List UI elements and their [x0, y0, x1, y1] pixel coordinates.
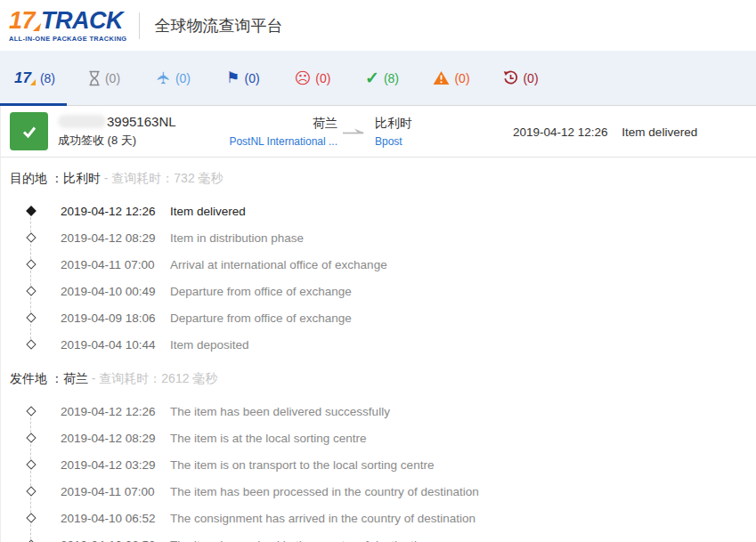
origin-country: 荷兰: [224, 116, 337, 132]
timeline-event: 2019-04-04 10:44 Item deposited: [1, 331, 756, 358]
site-title: 全球物流查询平台: [154, 15, 282, 36]
status-tab-bar: 17 (8) (0) ✈ (0) ⚑ (0) ☹ (0) ✓ (8) (0): [0, 51, 756, 106]
tab-count: (0): [105, 71, 120, 85]
diamond-marker: [26, 513, 36, 522]
timeline-event: 2019-04-12 03:29 The item is on transpor…: [1, 451, 756, 478]
diamond-marker: [26, 406, 36, 416]
tab-count: (0): [245, 71, 260, 85]
timeline-event: 2019-04-10 00:49 Departure from office o…: [1, 278, 756, 304]
tab-count: (8): [40, 71, 55, 85]
diamond-marker: [26, 286, 36, 295]
timeline-event: 2019-04-12 12:26 The item has been deliv…: [1, 398, 756, 425]
event-time: 2019-04-10 06:52: [61, 538, 170, 542]
logo-17: 17: [9, 9, 35, 33]
timeline-event: 2019-04-12 08:29 Item in distribution ph…: [1, 224, 756, 251]
tracking-number: 3995163NL: [58, 114, 176, 129]
origin-query-time: - 查询耗时：2612 毫秒: [92, 371, 218, 385]
timeline-event: 2019-04-10 06:52 The item has arrived in…: [1, 531, 756, 542]
destination-section-header: 目的地 ：比利时 - 查询耗时：732 毫秒: [1, 158, 756, 192]
package-status: 成功签收 (8 天): [58, 133, 176, 149]
history-icon: [503, 70, 518, 85]
latest-event: 2019-04-12 12:26 Item delivered: [513, 125, 697, 138]
event-time: 2019-04-04 10:44: [61, 338, 170, 352]
timeline-event: 2019-04-10 06:52 The consignment has arr…: [1, 505, 756, 531]
event-time: 2019-04-11 07:00: [61, 485, 170, 498]
tab-count: (0): [175, 71, 191, 85]
event-time: 2019-04-12 03:29: [61, 458, 170, 472]
check-icon: [20, 122, 39, 142]
package-main-info: 3995163NL 成功签收 (8 天): [58, 114, 176, 149]
tab-undelivered[interactable]: ☹ (0): [278, 51, 347, 105]
event-description: Item in distribution phase: [170, 231, 304, 245]
destination-label: 目的地 ：比利时: [10, 171, 101, 185]
event-time: 2019-04-10 00:49: [61, 285, 170, 298]
flag-icon: ⚑: [226, 70, 240, 85]
event-description: The consignment has arrived in the count…: [170, 512, 476, 525]
latest-event-time: 2019-04-12 12:26: [513, 125, 608, 138]
tab-not-found[interactable]: (0): [69, 51, 139, 105]
destination-country: 比利时: [375, 116, 508, 132]
logo-tagline: ALL-IN-ONE PACKAGE TRACKING: [9, 36, 126, 42]
tab-alert[interactable]: (0): [417, 51, 486, 105]
tab-count: (0): [523, 71, 538, 85]
origin-section-header: 发件地 ：荷兰 - 查询耗时：2612 毫秒: [1, 358, 756, 392]
event-description: Item delivered: [170, 205, 246, 218]
destination-query-time: - 查询耗时：732 毫秒: [104, 171, 224, 185]
event-description: The item is on transport to the local so…: [170, 458, 434, 472]
tab-count: (0): [454, 71, 469, 85]
diamond-marker: [26, 459, 36, 469]
event-time: 2019-04-12 08:29: [61, 231, 170, 245]
tracking-number-text: 3995163NL: [107, 114, 176, 129]
origin-column: 荷兰 PostNL International ...: [224, 116, 337, 148]
origin-label: 发件地 ：荷兰: [10, 371, 88, 385]
event-time: 2019-04-11 07:00: [61, 258, 170, 271]
destination-carrier-link[interactable]: Bpost: [375, 135, 508, 148]
tab-in-transit[interactable]: ✈ (0): [139, 51, 208, 105]
seventeen-track-logo[interactable]: 17 TRACK ALL-IN-ONE PACKAGE TRACKING: [9, 9, 126, 42]
diamond-marker: [26, 232, 36, 242]
logo-wordmark: 17 TRACK: [9, 9, 126, 33]
header-divider: [139, 12, 140, 39]
tab-count: (8): [384, 71, 399, 85]
package-summary-row[interactable]: 3995163NL 成功签收 (8 天) 荷兰 PostNL Internati…: [1, 106, 756, 158]
destination-timeline: 2019-04-12 12:26 Item delivered 2019-04-…: [1, 198, 756, 358]
event-description: Item deposited: [170, 338, 249, 352]
timeline-event: 2019-04-12 08:29 The item is at the loca…: [1, 425, 756, 451]
sad-face-icon: ☹: [295, 70, 312, 86]
logo-track: TRACK: [41, 9, 123, 33]
event-description: The item is at the local sorting centre: [170, 432, 367, 445]
tracking-result-panel: 3995163NL 成功签收 (8 天) 荷兰 PostNL Internati…: [0, 106, 756, 542]
tab-count: (0): [315, 71, 330, 85]
latest-event-text: Item delivered: [622, 125, 697, 138]
tab-pick-up[interactable]: ⚑ (0): [208, 51, 278, 105]
event-time: 2019-04-12 12:26: [61, 405, 170, 418]
diamond-marker: [26, 486, 36, 496]
event-description: Arrival at international office of excha…: [170, 258, 387, 271]
page-header: 17 TRACK ALL-IN-ONE PACKAGE TRACKING 全球物…: [0, 0, 756, 51]
event-description: The item has been processed in the count…: [170, 485, 479, 498]
tab-expired[interactable]: (0): [486, 51, 556, 105]
tab-delivered[interactable]: ✓ (8): [347, 51, 417, 105]
tracking-number-blur: [58, 115, 106, 128]
hourglass-icon: [88, 70, 101, 86]
diamond-marker: [26, 312, 36, 322]
event-time: 2019-04-12 12:26: [61, 205, 170, 218]
route-arrow-icon: [343, 126, 366, 137]
delivered-status-icon: [10, 112, 48, 150]
destination-column: 比利时 Bpost: [375, 116, 508, 148]
event-time: 2019-04-09 18:06: [61, 311, 170, 325]
timeline-event: 2019-04-12 12:26 Item delivered: [1, 198, 756, 224]
timeline-event: 2019-04-11 07:00 The item has been proce…: [1, 478, 756, 505]
event-time: 2019-04-10 06:52: [61, 512, 170, 525]
check-icon: ✓: [365, 69, 379, 86]
timeline-event: 2019-04-09 18:06 Departure from office o…: [1, 304, 756, 331]
diamond-marker: [26, 339, 36, 349]
origin-carrier-link[interactable]: PostNL International ...: [224, 135, 337, 148]
timeline-event: 2019-04-11 07:00 Arrival at internationa…: [1, 251, 756, 278]
origin-timeline: 2019-04-12 12:26 The item has been deliv…: [1, 398, 756, 542]
tab-all-packages[interactable]: 17 (8): [0, 51, 69, 105]
diamond-marker: [26, 433, 36, 442]
event-description: The item has arrived in the country of d…: [170, 538, 430, 542]
event-description: The item has been delivered successfully: [170, 405, 390, 418]
diamond-marker: [26, 259, 36, 269]
